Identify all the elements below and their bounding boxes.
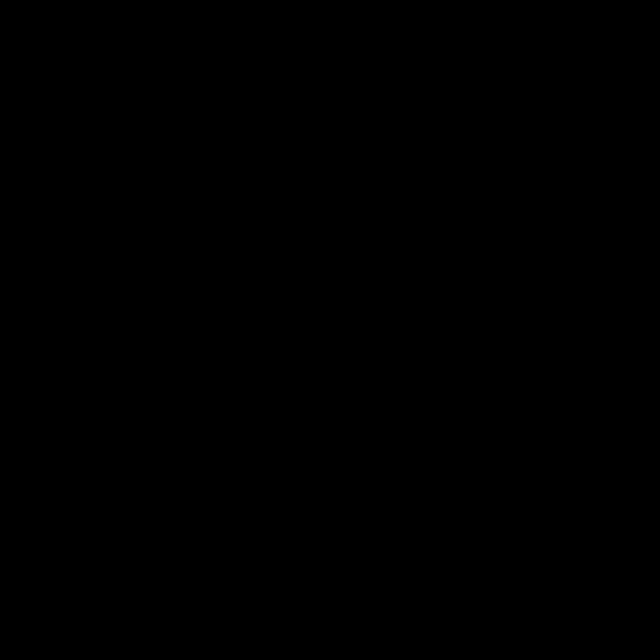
outer-frame bbox=[0, 0, 644, 644]
plot-area bbox=[22, 22, 622, 622]
bottleneck-chart bbox=[22, 22, 622, 622]
gradient-background bbox=[22, 22, 622, 622]
